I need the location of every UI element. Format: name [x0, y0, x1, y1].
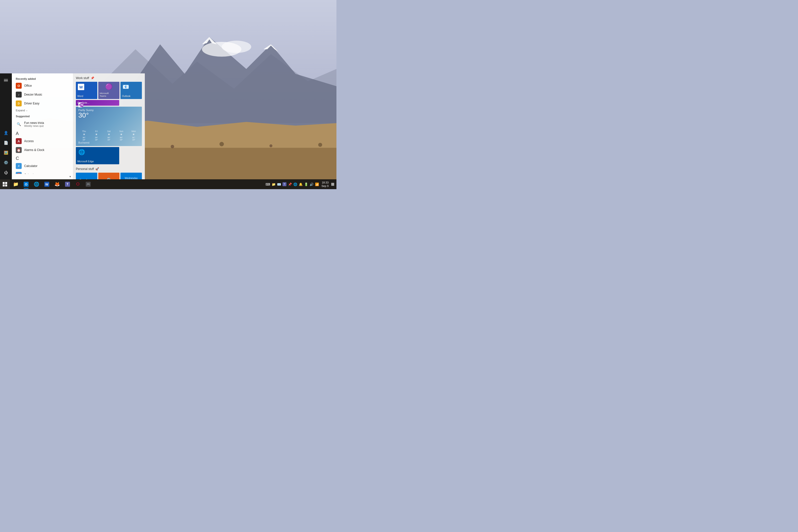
- taskbar: 📁 O 🌐 W 🦊 T O 🎮: [0, 179, 337, 189]
- forecast-sat: Sat ☀ 30°16°: [103, 130, 115, 141]
- teams-tile-line1: Microsoft: [100, 92, 109, 95]
- edge-tile-label: Microsoft Edge: [77, 160, 94, 163]
- access-icon: A: [16, 138, 22, 144]
- weather-content: Partly Sunny 30° Thu ☀ 30°18° Fri ☀: [76, 107, 142, 146]
- tile-onenote[interactable]: N N OneNote...: [76, 100, 119, 106]
- weather-city: Bucharest: [78, 141, 139, 144]
- taskbar-time: 18:33: [321, 181, 328, 184]
- weather-forecast: Thu ☀ 30°18° Fri ☀ 29°18° Sat: [78, 130, 139, 141]
- work-section-title: Work stuff 📌: [76, 76, 142, 80]
- svg-point-6: [222, 41, 251, 53]
- start-button[interactable]: [0, 179, 10, 189]
- start-tiles-panel: Work stuff 📌 W Word 🟣 Microsoft Teams: [73, 73, 145, 179]
- app-item-office[interactable]: O Office: [12, 81, 73, 90]
- app-name-calculator: Calculator: [24, 164, 37, 168]
- taskbar-time-date[interactable]: 18:33 Sep 9: [320, 181, 330, 188]
- scroll-down-indicator: ▾: [12, 174, 73, 179]
- svg-point-11: [171, 145, 174, 148]
- tray-mail-icon[interactable]: 📧: [277, 183, 281, 186]
- tray-volume-icon[interactable]: 🔊: [309, 183, 314, 186]
- tile-surface[interactable]: Surface: [76, 173, 97, 179]
- alpha-header-a: A: [12, 130, 73, 137]
- app-name-deezer: Deezer Music: [24, 93, 42, 96]
- tile-weather[interactable]: Partly Sunny 30° Thu ☀ 30°18° Fri ☀: [76, 107, 142, 146]
- tile-password[interactable]: 🔒: [98, 173, 120, 179]
- tile-outlook[interactable]: 📧 Outlook: [120, 82, 142, 99]
- app-item-deezer[interactable]: ♪ Deezer Music: [12, 90, 73, 99]
- start-left-panel: Recently added O Office ♪ Deezer Music D: [12, 73, 73, 179]
- onenote-icon: N N: [78, 102, 84, 109]
- power-icon-button[interactable]: ⏻: [1, 168, 11, 177]
- tile-word[interactable]: W Word: [76, 82, 97, 99]
- taskbar-app7[interactable]: 🎮: [83, 179, 93, 189]
- taskbar-system-tray: ⌨ 📁 📧 T 📌 🌐 🔔 🔋 🔊 📶 18:33 Sep 9 ⬜: [266, 181, 337, 188]
- tray-file-icon[interactable]: 📁: [272, 183, 276, 186]
- forecast-fri: Fri ☀ 29°18°: [91, 130, 102, 141]
- driver-easy-icon-recent: D: [16, 100, 22, 107]
- recently-added-header: Recently added: [12, 75, 73, 81]
- taskbar-outlook[interactable]: O: [21, 179, 31, 189]
- taskbar-opera[interactable]: O: [73, 179, 83, 189]
- app-item-alarms[interactable]: ⏰ Alarms & Clock: [12, 146, 73, 154]
- tray-network-icon[interactable]: 🌐: [293, 183, 297, 186]
- sys-tray-icons: ⌨ 📁 📧 T 📌 🌐 🔔 🔋 🔊 📶: [266, 182, 319, 186]
- weather-temp: 30°: [78, 112, 139, 119]
- calendar-icon: 📅: [16, 172, 22, 174]
- teams-tile-line2: Teams: [100, 95, 109, 97]
- forecast-mon: Mon ☀ 31°19°: [128, 130, 139, 141]
- svg-point-14: [318, 143, 322, 147]
- tray-teams-icon[interactable]: T: [283, 182, 286, 186]
- app-item-calendar[interactable]: 📅 Calendar: [12, 170, 73, 174]
- app-list: Recently added O Office ♪ Deezer Music D: [12, 73, 73, 174]
- tray-sound-icon[interactable]: 🔔: [299, 183, 303, 186]
- hamburger-button[interactable]: [1, 75, 11, 85]
- edge-tile-icon: 🌐: [78, 149, 85, 155]
- app-item-access[interactable]: A Access: [12, 137, 73, 146]
- tile-calendar-date[interactable]: Wednesday 9: [120, 173, 142, 179]
- expand-button[interactable]: Expand ⌄: [12, 108, 73, 113]
- word-tile-label: Word: [77, 95, 83, 97]
- forecast-sun: Sun ☀ 30°16°: [115, 130, 127, 141]
- taskbar-app-icons: 📁 O 🌐 W 🦊 T O 🎮: [10, 179, 94, 189]
- notification-area[interactable]: ⬜: [331, 183, 335, 186]
- work-tiles-row1: W Word 🟣 Microsoft Teams 📧 Outlook: [76, 82, 142, 99]
- photo-icon-button[interactable]: 🖼️: [1, 148, 11, 158]
- office-icon: O: [16, 83, 22, 89]
- user-icon-button[interactable]: 👤: [1, 128, 11, 138]
- app-name-access: Access: [24, 139, 34, 143]
- edge-tile-row: 🌐 Microsoft Edge: [76, 147, 142, 164]
- app-name-office: Office: [24, 84, 32, 88]
- app-item-calculator[interactable]: # Calculator: [12, 162, 73, 170]
- app-name-alarms: Alarms & Clock: [24, 148, 44, 152]
- news-trivia-subtitle: Weekly news quiz: [24, 125, 44, 127]
- calculator-icon: #: [16, 163, 22, 169]
- tray-battery-icon[interactable]: 🔋: [304, 183, 308, 186]
- taskbar-word[interactable]: W: [42, 179, 52, 189]
- taskbar-file-explorer[interactable]: 📁: [11, 179, 21, 189]
- file-icon-button[interactable]: 📄: [1, 138, 11, 148]
- settings-icon-button[interactable]: ⚙️: [1, 158, 11, 168]
- svg-text:N: N: [81, 103, 83, 107]
- tile-edge[interactable]: 🌐 Microsoft Edge: [76, 147, 119, 164]
- app-item-news-trivia[interactable]: 🔍 Fun news trivia Weekly news quiz: [12, 119, 73, 130]
- svg-point-12: [220, 142, 224, 146]
- tray-pin-icon[interactable]: 📌: [288, 183, 292, 186]
- taskbar-firefox[interactable]: 🦊: [52, 179, 62, 189]
- calendar-day-label: Wednesday: [125, 177, 138, 179]
- tray-wifi-icon[interactable]: 📶: [315, 183, 319, 186]
- tile-teams[interactable]: 🟣 Microsoft Teams: [98, 82, 120, 99]
- taskbar-edge[interactable]: 🌐: [32, 179, 41, 189]
- alpha-header-c: C: [12, 154, 73, 162]
- surface-text: Surface: [79, 178, 94, 179]
- app-item-driver-easy-recent[interactable]: D Driver Easy: [12, 99, 73, 108]
- news-trivia-title: Fun news trivia: [24, 121, 44, 125]
- taskbar-teams[interactable]: T: [62, 179, 72, 189]
- suggested-header: Suggested: [12, 113, 73, 119]
- suggested-text-news: Fun news trivia Weekly news quiz: [24, 121, 44, 127]
- taskbar-date: Sep 9: [321, 184, 328, 188]
- svg-point-13: [269, 144, 272, 147]
- keyboard-icon[interactable]: ⌨: [266, 183, 270, 186]
- start-main: Recently added O Office ♪ Deezer Music D: [12, 73, 145, 179]
- personal-section-title: Personal stuff 🚀: [76, 167, 142, 171]
- deezer-icon: ♪: [16, 92, 22, 97]
